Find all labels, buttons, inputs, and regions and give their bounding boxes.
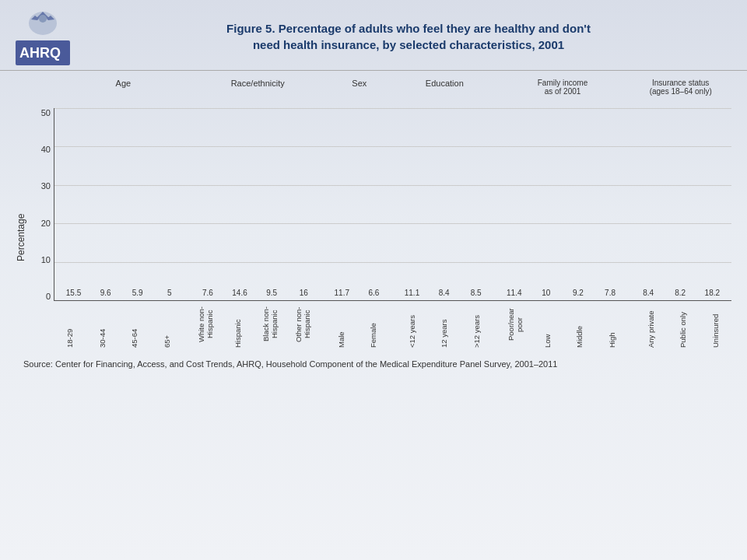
bar-value-label: 9.5 <box>266 289 277 297</box>
graph-area: 50 40 30 20 10 0 15.59. <box>26 108 731 349</box>
x-axis-label: Uninsured <box>711 301 720 348</box>
x-axis-label: 18-29 <box>65 301 74 348</box>
x-axis-label: Hispanic <box>233 301 242 348</box>
bar-value-label: 14.6 <box>232 289 247 297</box>
x-axis-label: Other non-Hispanic <box>294 301 311 348</box>
cat-edu: Education <box>394 79 496 107</box>
bar-value-label: 8.4 <box>643 289 654 297</box>
x-axis-label: Middle <box>575 301 584 348</box>
x-axis-label: 45-64 <box>130 301 139 348</box>
title-line1: Figure 5. Percentage of adults who feel … <box>226 22 591 35</box>
y-axis: 50 40 30 20 10 0 <box>26 108 54 301</box>
chart-wrapper: Percentage Age Race/ethnicity Sex Educat… <box>0 71 747 349</box>
x-label-group: Male <box>324 301 357 349</box>
bar-value-label: 7.6 <box>202 289 213 297</box>
bar-value-label: 11.7 <box>335 289 349 297</box>
x-axis-label: 65+ <box>163 301 171 348</box>
x-label-group: 30-44 <box>86 301 119 349</box>
bar-value-label: 11.1 <box>405 289 419 297</box>
x-label-group: 65+ <box>151 301 184 349</box>
x-axis-label: Poor/near poor <box>507 301 524 348</box>
x-label-group: 45-64 <box>118 301 151 349</box>
x-label-group: >12 years <box>461 301 493 349</box>
x-label-group: Low <box>531 301 564 349</box>
bar-value-label: 8.4 <box>439 289 450 297</box>
x-axis-label: Any private <box>647 301 655 348</box>
bars-container: 15.59.65.957.614.69.51611.76.611.18.48.5… <box>54 108 731 300</box>
x-label-group: 12 years <box>428 301 461 349</box>
chart-main: Age Race/ethnicity Sex Education Family … <box>26 79 731 349</box>
x-label-group: Female <box>357 301 390 349</box>
x-label-group: High <box>596 301 629 349</box>
bar-value-label: 16 <box>300 289 308 297</box>
x-axis-label: 30-44 <box>98 301 107 348</box>
chart-title: Figure 5. Percentage of adults who feel … <box>86 20 731 53</box>
x-axis-label: <12 years <box>408 301 416 348</box>
svg-text:AHRQ: AHRQ <box>19 45 61 61</box>
x-axis-label: Female <box>369 301 377 348</box>
cat-race: Race/ethnicity <box>191 79 325 107</box>
title-line2: need health insurance, by selected chara… <box>253 38 564 51</box>
bar-value-label: 9.2 <box>573 289 584 297</box>
bar-value-label: 8.2 <box>675 289 686 297</box>
x-axis-label: White non-Hispanic <box>197 301 214 348</box>
cat-sex: Sex <box>325 79 394 107</box>
cat-income: Family incomeas of 2001 <box>496 79 630 107</box>
bar-value-label: 5 <box>167 289 172 297</box>
x-axis-label: Male <box>337 301 345 348</box>
x-label-group: Any private <box>634 301 667 349</box>
page-wrapper: AHRQ Figure 5. Percentage of adults who … <box>0 0 747 375</box>
bar-value-label: 8.5 <box>471 289 482 297</box>
bar-value-label: 7.8 <box>605 289 615 297</box>
bar-value-label: 18.2 <box>705 289 720 297</box>
bar-value-label: 5.9 <box>132 289 143 297</box>
svg-point-2 <box>39 15 47 23</box>
x-label-group: Public only <box>667 301 700 349</box>
x-label-group: <12 years <box>395 301 428 349</box>
x-label-group: Other non-Hispanic <box>286 301 319 349</box>
x-axis-label: Public only <box>679 301 687 348</box>
category-labels-row: Age Race/ethnicity Sex Education Family … <box>56 79 731 107</box>
x-label-group: Black non-Hispanic <box>254 301 286 349</box>
ahrq-logo: AHRQ <box>16 40 70 65</box>
bar-value-label: 6.6 <box>368 289 379 297</box>
x-axis-label: 12 years <box>440 301 448 348</box>
x-labels-row: 18-2930-4445-6465+White non-HispanicHisp… <box>54 301 731 349</box>
x-axis-label: >12 years <box>472 301 481 348</box>
x-axis-label: Black non-Hispanic <box>261 301 279 348</box>
source-text: Source: Center for Financing, Access, an… <box>0 353 747 375</box>
logo-area: AHRQ <box>16 8 70 65</box>
plot-area: 15.59.65.957.614.69.51611.76.611.18.48.5… <box>54 108 731 301</box>
x-axis-label: Low <box>543 301 552 348</box>
header: AHRQ Figure 5. Percentage of adults who … <box>0 0 747 71</box>
x-label-group: 18-29 <box>54 301 86 349</box>
x-label-group: Uninsured <box>699 301 731 349</box>
x-axis-label: High <box>608 301 616 348</box>
bar-value-label: 10 <box>542 289 550 297</box>
cat-age: Age <box>56 79 191 107</box>
x-label-group: Poor/near poor <box>499 301 531 349</box>
cat-insurance: Insurance status(ages 18–64 only) <box>630 79 731 107</box>
x-label-group: White non-Hispanic <box>189 301 222 349</box>
bar-value-label: 15.5 <box>66 289 81 297</box>
bar-value-label: 11.4 <box>507 289 521 297</box>
x-label-group: Hispanic <box>222 301 254 349</box>
eagle-icon <box>23 8 62 39</box>
bar-value-label: 9.6 <box>100 289 111 297</box>
x-label-group: Middle <box>563 301 596 349</box>
y-axis-label: Percentage <box>16 79 26 349</box>
